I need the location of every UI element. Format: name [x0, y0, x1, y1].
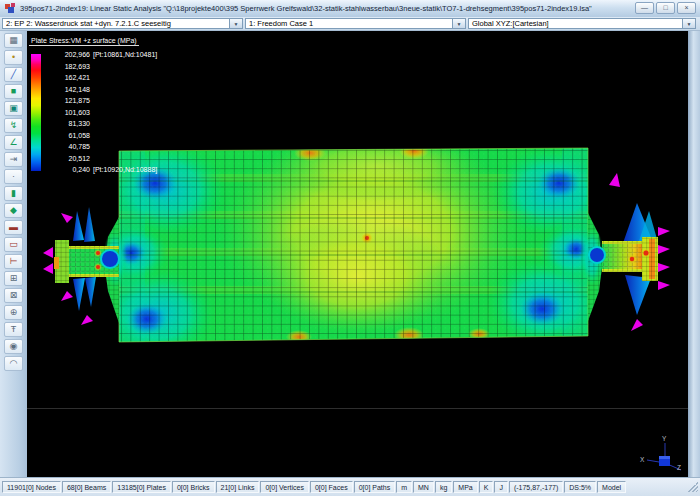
- link-select-button[interactable]: ↯: [4, 118, 23, 133]
- chevron-down-icon[interactable]: ▼: [452, 19, 465, 28]
- axis-z-label: Z: [677, 464, 681, 471]
- legend-colorbar: [31, 54, 41, 171]
- window-controls: — □ ×: [635, 2, 696, 14]
- legend-max-value: 202,966: [44, 49, 90, 61]
- legend-value: 101,603: [44, 107, 90, 119]
- result-case-value: 2: EP 2: Wasserdruck stat +dyn. 7.2.1.C …: [3, 19, 229, 28]
- coord-system-value: Global XYZ:[Cartesian]: [469, 19, 682, 28]
- right-trunnion[interactable]: [580, 173, 670, 331]
- jump-entity-button[interactable]: ⇥: [4, 152, 23, 167]
- legend-value: 61,058: [44, 130, 90, 142]
- status-unit-temp: K: [479, 481, 494, 493]
- status-beams-count: 68[0] Beams: [62, 481, 111, 493]
- node-select-button[interactable]: •: [4, 50, 23, 65]
- status-cursor-coords: (-175,87,-177): [509, 481, 563, 493]
- legend-value: 121,875: [44, 95, 90, 107]
- viewport-divider: [27, 408, 688, 409]
- chevron-down-icon[interactable]: ▼: [682, 19, 695, 28]
- attachment-button[interactable]: Ŧ: [4, 322, 23, 337]
- status-unit-force: MN: [413, 481, 434, 493]
- plate-tool-button[interactable]: ◆: [4, 203, 23, 218]
- legend-values: 202,966[Pt:10861,Nd:10481] 182,693 162,4…: [44, 49, 157, 176]
- legend-value: 40,785: [44, 141, 90, 153]
- select-marquee-button[interactable]: ▦: [4, 33, 23, 48]
- resize-grip[interactable]: [688, 482, 698, 492]
- maximize-button[interactable]: □: [656, 2, 675, 14]
- main-plate-contour[interactable]: [99, 131, 612, 359]
- status-bar: 11901[0] Nodes 68[0] Beams 13185[0] Plat…: [0, 477, 700, 496]
- legend-title: Plate Stress:VM +z surface (MPa): [29, 37, 139, 46]
- status-unit-length: m: [396, 481, 412, 493]
- app-logo-icon: [5, 3, 16, 14]
- status-unit-stress: MPa: [453, 481, 477, 493]
- axis-triad: Y X Z: [635, 429, 685, 471]
- restraint-button[interactable]: ⊢: [4, 254, 23, 269]
- legend-value: 182,693: [44, 61, 90, 73]
- legend-value: 81,330: [44, 118, 90, 130]
- mesh-auto-button[interactable]: ⊠: [4, 288, 23, 303]
- status-unit-energy: J: [494, 481, 508, 493]
- app-window: 395pos71-2index19: Linear Static Analysi…: [0, 0, 700, 496]
- result-case-dropdown[interactable]: 2: EP 2: Wasserdruck stat +dyn. 7.2.1.C …: [2, 18, 243, 29]
- load-patch-button[interactable]: ▬: [4, 220, 23, 235]
- status-links-count: 21[0] Links: [216, 481, 260, 493]
- brick-select-button[interactable]: ▣: [4, 101, 23, 116]
- status-plates-count: 13185[0] Plates: [112, 481, 171, 493]
- legend-min-location: [Pt:10920,Nd:10888]: [93, 164, 157, 176]
- window-title: 395pos71-2index19: Linear Static Analysi…: [20, 4, 620, 13]
- legend-max-location: [Pt:10861,Nd:10481]: [93, 49, 157, 61]
- close-button[interactable]: ×: [677, 2, 696, 14]
- legend-value: 20,512: [44, 153, 90, 165]
- vertex-select-button[interactable]: ∠: [4, 135, 23, 150]
- model-viewport[interactable]: Plate Stress:VM +z surface (MPa) 202,966…: [27, 31, 688, 477]
- freedom-case-value: 1: Freedom Case 1: [246, 19, 452, 28]
- plate-select-button[interactable]: ■: [4, 84, 23, 99]
- chevron-down-icon[interactable]: ▼: [229, 19, 242, 28]
- left-trunnion[interactable]: [43, 207, 127, 325]
- axis-x-label: X: [640, 456, 645, 463]
- freedom-case-dropdown[interactable]: 1: Freedom Case 1 ▼: [245, 18, 466, 29]
- status-faces-count: 0[0] Faces: [310, 481, 353, 493]
- beam-select-button[interactable]: ╱: [4, 67, 23, 82]
- target-node-button[interactable]: ◉: [4, 339, 23, 354]
- point-button[interactable]: ·: [4, 169, 23, 184]
- status-mode: Model: [597, 481, 626, 493]
- legend-value: 142,148: [44, 84, 90, 96]
- entity-toolbar: ▦ • ╱ ■ ▣ ↯ ∠ ⇥ · ▮ ◆ ▬ ▭ ⊢ ⊞ ⊠ ⊕ Ŧ ◉ ◠: [0, 31, 27, 477]
- mesh-circle-button[interactable]: ⊕: [4, 305, 23, 320]
- status-unit-mass: kg: [435, 481, 452, 493]
- coord-system-dropdown[interactable]: Global XYZ:[Cartesian] ▼: [468, 18, 696, 29]
- legend-min-value: 0,240: [44, 164, 90, 176]
- minimize-button[interactable]: —: [635, 2, 654, 14]
- window-border-right: [688, 31, 700, 477]
- axis-y-label: Y: [662, 435, 667, 442]
- status-bricks-count: 0[0] Bricks: [172, 481, 215, 493]
- legend-value: 162,421: [44, 72, 90, 84]
- contour-legend: Plate Stress:VM +z surface (MPa) 202,966…: [29, 37, 157, 176]
- brick-tool-button[interactable]: ▮: [4, 186, 23, 201]
- titlebar: 395pos71-2index19: Linear Static Analysi…: [0, 0, 700, 17]
- status-nodes-count: 11901[0] Nodes: [2, 481, 61, 493]
- arc-tool-button[interactable]: ◠: [4, 356, 23, 371]
- status-display-scale: DS:5%: [564, 481, 596, 493]
- grid-button[interactable]: ⊞: [4, 271, 23, 286]
- pressure-load-button[interactable]: ▭: [4, 237, 23, 252]
- status-paths-count: 0[0] Paths: [354, 481, 396, 493]
- status-vertices-count: 0[0] Vertices: [260, 481, 309, 493]
- case-toolbar: 2: EP 2: Wasserdruck stat +dyn. 7.2.1.C …: [0, 17, 700, 31]
